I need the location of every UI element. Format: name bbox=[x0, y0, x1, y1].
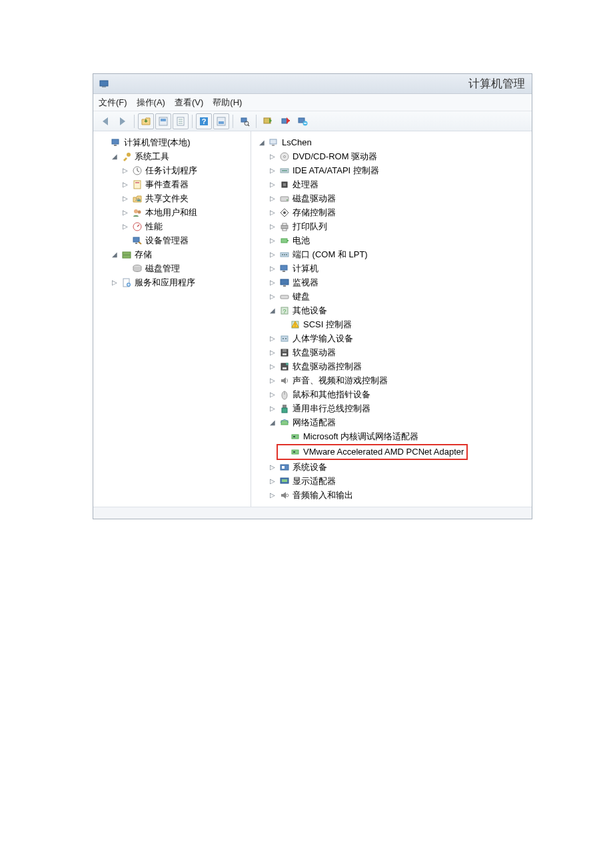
collapse-icon[interactable]: ◢ bbox=[258, 139, 265, 147]
device-category[interactable]: ▷存储控制器 bbox=[267, 206, 337, 219]
warn-icon: ! bbox=[290, 319, 301, 330]
device-category[interactable]: ▷计算机 bbox=[267, 262, 320, 275]
toolbar-separator bbox=[134, 115, 135, 128]
other-icon: ? bbox=[279, 305, 290, 316]
device-category[interactable]: ▷系统设备 bbox=[267, 461, 328, 474]
expand-icon[interactable]: ▷ bbox=[269, 209, 276, 217]
device-item[interactable]: ▷!SCSI 控制器 bbox=[278, 318, 353, 331]
device-category[interactable]: ▷监视器 bbox=[267, 276, 320, 289]
expand-icon[interactable]: ▷ bbox=[121, 195, 129, 203]
uninstall-button[interactable] bbox=[295, 113, 310, 129]
expand-icon[interactable]: ▷ bbox=[269, 251, 276, 259]
device-category[interactable]: ▷软盘驱动器 bbox=[267, 346, 337, 359]
device-category[interactable]: ▷端口 (COM 和 LPT) bbox=[267, 248, 369, 261]
properties-button[interactable] bbox=[173, 113, 189, 129]
expand-icon[interactable]: ▷ bbox=[121, 209, 129, 217]
expand-icon[interactable]: ▷ bbox=[269, 167, 276, 175]
expand-icon[interactable]: ▷ bbox=[269, 335, 276, 343]
device-category[interactable]: ▷声音、视频和游戏控制器 bbox=[267, 374, 389, 387]
expand-icon[interactable]: ▷ bbox=[269, 153, 276, 161]
titlebar[interactable]: 计算机管理 bbox=[93, 74, 532, 94]
svg-text:?: ? bbox=[202, 117, 207, 125]
clock-icon bbox=[132, 165, 143, 176]
svg-rect-31 bbox=[133, 237, 139, 242]
tree-local-users[interactable]: ▷本地用户和组 bbox=[120, 206, 199, 219]
svg-point-57 bbox=[286, 254, 287, 255]
expand-icon[interactable]: ▷ bbox=[121, 167, 129, 175]
tree-event-viewer[interactable]: ▷事件查看器 bbox=[120, 178, 190, 191]
svg-rect-84 bbox=[293, 451, 295, 453]
device-category[interactable]: ◢网络适配器 bbox=[267, 416, 337, 429]
expand-icon[interactable]: ▷ bbox=[121, 223, 129, 231]
svg-rect-11 bbox=[219, 121, 224, 124]
device-category[interactable]: ▷人体学输入设备 bbox=[267, 332, 354, 345]
forward-button[interactable] bbox=[115, 113, 131, 129]
computer-icon bbox=[269, 137, 279, 148]
device-category[interactable]: ▷键盘 bbox=[267, 290, 311, 303]
expand-icon[interactable]: ▷ bbox=[269, 265, 276, 273]
expand-icon[interactable]: ▷ bbox=[269, 391, 276, 399]
tree-label: 任务计划程序 bbox=[145, 164, 197, 177]
netcard-icon bbox=[290, 447, 301, 457]
svg-rect-50 bbox=[283, 223, 287, 225]
collapse-icon[interactable]: ◢ bbox=[111, 153, 118, 161]
device-category[interactable]: ▷音频输入和输出 bbox=[267, 489, 354, 502]
device-category[interactable]: ▷IDE ATA/ATAPI 控制器 bbox=[267, 164, 380, 177]
tree-shared-folders[interactable]: ▷23共享文件夹 bbox=[120, 192, 190, 205]
device-category[interactable]: ▷处理器 bbox=[267, 178, 320, 191]
tree-task-scheduler[interactable]: ▷任务计划程序 bbox=[120, 164, 199, 177]
svg-point-56 bbox=[284, 254, 285, 255]
expand-icon[interactable]: ▷ bbox=[269, 349, 276, 357]
expand-icon[interactable]: ▷ bbox=[269, 363, 276, 371]
device-category[interactable]: ▷DVD/CD-ROM 驱动器 bbox=[267, 150, 378, 163]
device-item[interactable]: ▷Microsoft 内核调试网络适配器 bbox=[278, 430, 420, 443]
expand-icon[interactable]: ▷ bbox=[269, 492, 276, 499]
expand-icon[interactable]: ▷ bbox=[269, 377, 276, 385]
show-hidden-button[interactable] bbox=[213, 113, 229, 129]
expand-icon[interactable]: ▷ bbox=[111, 279, 118, 287]
device-category[interactable]: ▷软盘驱动器控制器 bbox=[267, 360, 363, 373]
up-folder-button[interactable] bbox=[138, 113, 154, 129]
menu-help[interactable]: 帮助(H) bbox=[213, 97, 242, 109]
expand-icon[interactable]: ▷ bbox=[269, 293, 276, 301]
expand-icon[interactable]: ▷ bbox=[269, 223, 276, 231]
device-category[interactable]: ▷磁盘驱动器 bbox=[267, 192, 337, 205]
tree-storage[interactable]: ◢ 存储 bbox=[109, 248, 153, 261]
device-category[interactable]: ▷通用串行总线控制器 bbox=[267, 402, 372, 415]
expand-icon[interactable]: ▷ bbox=[269, 464, 276, 471]
refresh-button[interactable] bbox=[260, 113, 276, 129]
menu-file[interactable]: 文件(F) bbox=[99, 97, 127, 109]
svg-point-75 bbox=[286, 363, 289, 365]
device-category[interactable]: ▷显示适配器 bbox=[267, 475, 337, 488]
collapse-icon[interactable]: ◢ bbox=[269, 419, 276, 427]
device-category[interactable]: ▷打印队列 bbox=[267, 220, 328, 233]
device-root[interactable]: ◢ LsChen bbox=[257, 136, 313, 149]
tree-device-manager[interactable]: ▷设备管理器 bbox=[120, 234, 190, 247]
expand-icon[interactable]: ▷ bbox=[269, 195, 276, 203]
expand-icon[interactable]: ▷ bbox=[269, 279, 276, 287]
tree-system-tools[interactable]: ◢ 系统工具 bbox=[109, 150, 171, 163]
device-category[interactable]: ▷电池 bbox=[267, 234, 311, 247]
monitor-icon bbox=[279, 277, 290, 288]
device-category[interactable]: ▷鼠标和其他指针设备 bbox=[267, 388, 372, 401]
console-button[interactable] bbox=[155, 113, 171, 129]
expand-icon[interactable]: ▷ bbox=[269, 478, 276, 485]
collapse-icon[interactable]: ◢ bbox=[111, 251, 118, 259]
scan-button[interactable] bbox=[237, 113, 253, 129]
menu-action[interactable]: 操作(A) bbox=[137, 97, 165, 109]
menu-view[interactable]: 查看(V) bbox=[175, 97, 203, 109]
help-button[interactable]: ? bbox=[196, 113, 212, 129]
back-button[interactable] bbox=[97, 113, 113, 129]
tree-services[interactable]: ▷ 服务和应用程序 bbox=[109, 276, 197, 289]
tree-disk-mgmt[interactable]: ▷磁盘管理 bbox=[120, 262, 181, 275]
expand-icon[interactable]: ▷ bbox=[269, 405, 276, 413]
tree-performance[interactable]: ▷性能 bbox=[120, 220, 164, 233]
tree-root-local[interactable]: ▷ 计算机管理(本地) bbox=[99, 136, 192, 149]
expand-icon[interactable]: ▷ bbox=[121, 181, 129, 189]
expand-icon[interactable]: ▷ bbox=[269, 237, 276, 245]
update-driver-button[interactable] bbox=[277, 113, 293, 129]
device-item[interactable]: ▷VMware Accelerated AMD PCNet Adapter bbox=[278, 445, 465, 459]
collapse-icon[interactable]: ◢ bbox=[269, 307, 276, 315]
device-category[interactable]: ◢?其他设备 bbox=[267, 304, 328, 317]
expand-icon[interactable]: ▷ bbox=[269, 181, 276, 189]
